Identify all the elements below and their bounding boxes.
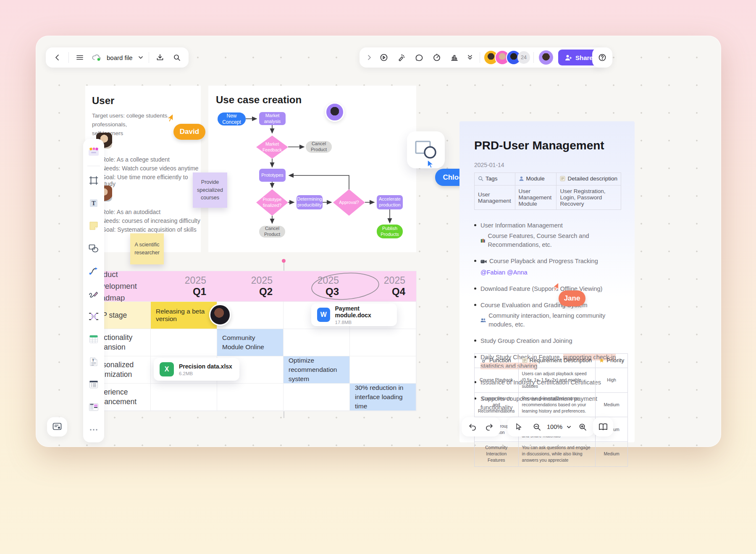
help-button[interactable] (594, 49, 611, 66)
shape-tool[interactable] (85, 240, 102, 257)
bullet-sub-text: Course Features, Course Search and Recom… (488, 232, 625, 249)
chevron-down-icon (567, 425, 571, 429)
pen-icon (89, 289, 99, 298)
notes-panel-button[interactable] (49, 418, 66, 435)
undo-button[interactable] (464, 418, 481, 435)
collaborator-avatars[interactable]: 24 (483, 50, 530, 65)
history-toolbar (462, 417, 500, 436)
text-icon: T (89, 198, 99, 208)
redo-button[interactable] (481, 418, 498, 435)
flow-node-prototypes[interactable]: Prototypes (259, 169, 286, 182)
sticky-note-yellow[interactable]: A scientific researcher (130, 233, 164, 264)
cursor-arrow-icon (165, 113, 175, 123)
comments-button[interactable] (411, 49, 428, 66)
flow-node-determining[interactable]: Determining producibility (297, 195, 323, 209)
prd-requirements-table[interactable]: Function Requirement Description Priorit… (474, 353, 628, 467)
prd-panel[interactable]: PRD-User Management 2025-01-14 Tags Modu… (459, 121, 635, 442)
sync-status-button[interactable] (88, 49, 105, 66)
more-tools-button[interactable] (464, 49, 476, 66)
flow-node-accelerate[interactable]: Accelerate production (377, 195, 403, 209)
user-panel-title: User (92, 95, 114, 107)
david-cursor-label: David (173, 124, 205, 140)
cell-reduction[interactable]: 30% reduction in interface loading time (350, 384, 416, 411)
connector-tool[interactable] (85, 263, 102, 280)
layout-tool[interactable] (85, 399, 102, 416)
download-button[interactable] (152, 49, 168, 66)
bullet-text: User Information Management (480, 222, 563, 229)
q2-label: Q2 (259, 286, 273, 298)
sticky-note-purple[interactable]: Provide specialized courses (193, 172, 227, 208)
table1-cell-desc: User Registration, Login, Password Recov… (556, 186, 621, 210)
top-left-toolbar: board file (46, 47, 189, 68)
zoom-menu-button[interactable] (564, 418, 573, 435)
bullet-mentions[interactable]: @Fabian @Anna (480, 268, 528, 277)
board-title[interactable]: board file (107, 54, 133, 61)
menu-button[interactable] (71, 49, 88, 66)
back-button[interactable] (49, 49, 66, 66)
laser-pointer-icon (397, 53, 406, 62)
cursor-arrow-icon (550, 282, 560, 292)
more-tools-sidebar-button[interactable] (85, 421, 102, 438)
book-icon (598, 423, 608, 431)
laser-pointer-button[interactable] (393, 49, 410, 66)
t2-r1-priority: High (596, 368, 628, 393)
current-user-avatar[interactable] (539, 50, 553, 65)
cell-beta[interactable]: Releasing a beta version (151, 302, 217, 329)
memo-icon (522, 358, 528, 363)
use-case-panel[interactable]: Use case creation New Concep (208, 86, 416, 252)
bullet-text: Download Feature (Supports Offline Viewi… (480, 285, 602, 293)
list-tool[interactable] (85, 376, 102, 393)
present-button[interactable] (375, 49, 392, 66)
zoom-level[interactable]: 100% (547, 423, 562, 430)
bullet-dot (474, 304, 476, 306)
search-button[interactable] (168, 49, 185, 66)
flow-node-cancel-product-2[interactable]: Cancel Product (259, 226, 285, 238)
prd-module-table[interactable]: Tags Module Detailed description User Ma… (474, 172, 621, 210)
document-icon: T (89, 357, 98, 366)
notes-panel-toolbar (47, 417, 67, 436)
templates-button[interactable] (85, 143, 102, 160)
camera-emoji-icon (480, 259, 487, 264)
divider (87, 166, 100, 166)
ellipsis-icon (89, 429, 98, 431)
frame-icon (89, 176, 98, 185)
mindmap-tool[interactable] (85, 308, 102, 325)
charts-button[interactable] (446, 49, 463, 66)
frame-tool[interactable] (85, 172, 102, 189)
flow-node-cancel-product-1[interactable]: Cancel Product (306, 141, 332, 153)
table1-header-desc: Detailed description (567, 175, 617, 182)
persona1-role: Role: As a college student (102, 156, 170, 163)
cell-community[interactable]: Community Module Online (217, 329, 284, 356)
connector-icon (89, 267, 99, 276)
t2-r2-priority: Medium (596, 392, 628, 417)
title-menu-button[interactable] (135, 49, 146, 66)
table1-cell-module: User Management Module (515, 186, 556, 210)
cell-optimize[interactable]: Optimize recommendation system (284, 356, 350, 384)
app-window: User Target users: college students, pro… (36, 36, 721, 447)
bullet-dot (474, 340, 476, 342)
table1-header-module: Module (526, 175, 545, 182)
collaborator-count-badge[interactable]: 24 (517, 51, 530, 64)
flow-node-new-concept[interactable]: New Concept (218, 112, 246, 125)
timer-button[interactable] (428, 49, 445, 66)
flow-node-publish[interactable]: Publish Products (377, 225, 403, 238)
pen-tool[interactable] (85, 285, 102, 302)
file-card-xlsx[interactable]: X Precision data.xlsx 6.2MB (154, 358, 239, 381)
zoom-in-button[interactable] (574, 418, 591, 435)
chevron-right-icon (367, 55, 372, 60)
pages-overview-button[interactable] (595, 418, 612, 435)
svg-text:T: T (92, 358, 94, 362)
t2-r1-function: Course Playback (475, 368, 519, 393)
collapse-toolbar-button[interactable] (364, 49, 375, 66)
zoom-out-icon (533, 423, 541, 431)
comment-icon (415, 53, 423, 62)
sticky-note-tool[interactable] (85, 217, 102, 234)
flow-node-market-analysis[interactable]: Market analysis (259, 112, 286, 125)
pointer-button[interactable] (511, 418, 528, 435)
zoom-out-button[interactable] (528, 418, 545, 435)
table-tool[interactable] (85, 331, 102, 348)
layout-icon (89, 403, 99, 411)
document-tool[interactable]: T (85, 353, 102, 370)
text-tool[interactable]: T (85, 195, 102, 212)
file-card-docx[interactable]: W Payment module.docx 17.8MB (311, 303, 397, 326)
